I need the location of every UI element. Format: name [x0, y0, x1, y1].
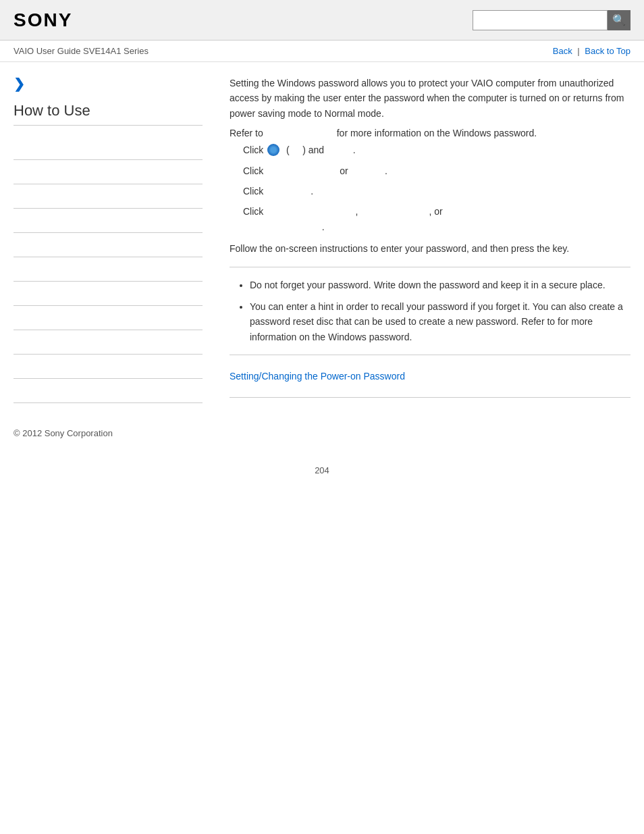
page-footer: © 2012 Sony Corporation [0, 408, 644, 452]
notes-list: Do not forget your password. Write down … [250, 278, 630, 345]
guide-title: VAIO User Guide SVE14A1 Series [14, 46, 149, 56]
section-divider-2 [230, 355, 630, 355]
list-item [14, 233, 203, 257]
sidebar-nav-link[interactable] [14, 240, 16, 251]
refer-line: Refer to for more information on the Win… [230, 128, 630, 138]
main-container: ❯ How to Use Setting the Windows passwor… [0, 62, 644, 408]
nav-separator: | [577, 46, 579, 56]
sidebar: ❯ How to Use [14, 76, 216, 408]
step2-prefix: Click [243, 165, 263, 176]
note-item-1: Do not forget your password. Write down … [250, 278, 630, 292]
list-item [14, 136, 203, 160]
step-1: Click ( ) and . [243, 142, 630, 157]
step-3: Click . [243, 184, 630, 199]
step-4: Click , , or . [243, 204, 630, 234]
nav-links: Back | Back to Top [553, 46, 630, 56]
page-number: 204 [0, 452, 644, 489]
sidebar-nav-link[interactable] [14, 192, 16, 202]
windows-start-icon [267, 144, 279, 156]
intro-paragraph: Setting the Windows password allows you … [230, 76, 630, 121]
sidebar-nav-link[interactable] [14, 143, 16, 153]
list-item [14, 257, 203, 282]
sidebar-nav-link[interactable] [14, 167, 16, 178]
sidebar-nav-link[interactable] [14, 313, 16, 323]
back-to-top-link[interactable]: Back to Top [585, 46, 630, 56]
step4-prefix: Click [243, 206, 263, 217]
step1-prefix: Click [243, 145, 263, 155]
list-item [14, 379, 203, 403]
search-icon: 🔍 [612, 14, 626, 26]
step1-mid: ( ) and . [284, 145, 356, 155]
chevron-icon: ❯ [14, 76, 203, 92]
steps-list: Click ( ) and . Click or . Click . [243, 142, 630, 234]
sidebar-nav-list [14, 136, 203, 403]
step4-mid: , , or [266, 206, 442, 217]
list-item [14, 209, 203, 233]
sidebar-nav-link[interactable] [14, 338, 16, 348]
search-input[interactable] [473, 10, 608, 30]
search-button[interactable]: 🔍 [608, 10, 630, 30]
list-item [14, 306, 203, 330]
list-item [14, 330, 203, 355]
copyright-text: © 2012 Sony Corporation [14, 428, 113, 438]
sony-logo: SONY [14, 9, 72, 31]
sub-header: VAIO User Guide SVE14A1 Series Back | Ba… [0, 41, 644, 62]
sidebar-nav-link[interactable] [14, 362, 16, 372]
related-link-power-on-password[interactable]: Setting/Changing the Power-on Password [230, 365, 630, 387]
list-item [14, 184, 203, 209]
search-area: 🔍 [473, 10, 630, 30]
step-2: Click or . [243, 163, 630, 178]
sidebar-nav-link[interactable] [14, 386, 16, 396]
sidebar-nav-link[interactable] [14, 265, 16, 275]
step3-prefix: Click [243, 186, 263, 197]
list-item [14, 160, 203, 184]
sidebar-title: How to Use [14, 102, 203, 126]
section-divider-3 [230, 397, 630, 398]
list-item [14, 355, 203, 379]
page-header: SONY 🔍 [0, 0, 644, 41]
note-item-2: You can enter a hint in order to recall … [250, 299, 630, 344]
section-divider [230, 267, 630, 267]
follow-instructions: Follow the on-screen instructions to ent… [230, 241, 630, 256]
list-item [14, 282, 203, 306]
sidebar-nav-link[interactable] [14, 216, 16, 226]
sidebar-nav-link[interactable] [14, 289, 16, 299]
back-link[interactable]: Back [553, 46, 572, 56]
step2-mid: or . [266, 165, 387, 176]
step3-mid: . [266, 186, 313, 197]
main-content: Setting the Windows password allows you … [216, 76, 630, 408]
